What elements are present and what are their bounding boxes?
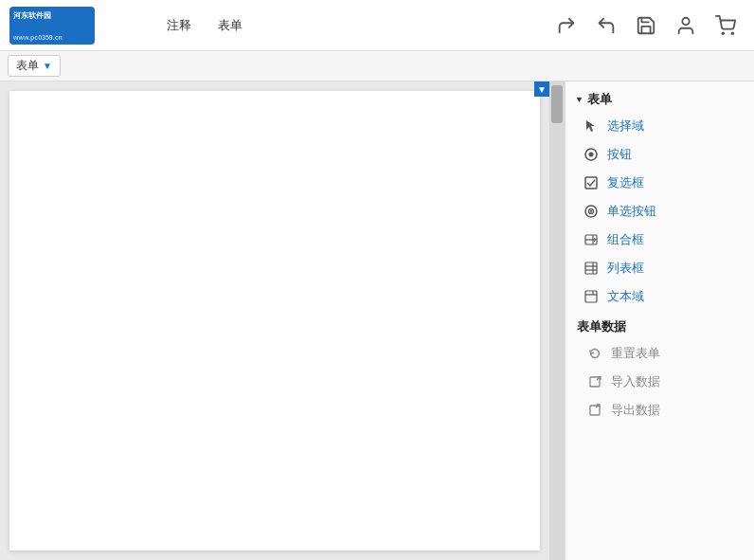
cursor-icon [583,117,600,135]
chevron-down-icon: ▼ [43,61,52,71]
topbar: 注释 表单 [0,0,754,51]
circle-dot-icon [583,146,600,163]
form-item-radio-label: 单选按钮 [607,203,656,220]
logo-area [9,7,161,45]
listbox-icon [583,260,600,277]
form-item-combo-label: 组合框 [607,231,644,248]
data-item-import-label: 导入数据 [611,373,660,390]
svg-marker-3 [586,120,595,132]
svg-point-5 [589,153,594,157]
section-arrow-icon: ▼ [575,95,583,104]
form-dropdown-label: 表单 [16,58,39,74]
form-item-textarea[interactable]: 文本域 [566,282,754,311]
topbar-actions [555,14,745,37]
canvas-area[interactable]: ▼ [0,81,565,560]
save-button[interactable] [635,14,657,37]
svg-point-0 [682,17,689,24]
data-item-import[interactable]: 导入数据 [566,368,754,396]
combo-icon [583,231,600,248]
form-item-combo[interactable]: 组合框 [566,226,754,254]
topbar-nav: 注释 表单 [161,13,555,38]
form-item-button[interactable]: 按钮 [566,140,754,169]
canvas-content [9,91,540,551]
form-item-textarea-label: 文本域 [607,288,644,305]
checkbox-icon [583,174,600,191]
form-item-listbox-label: 列表框 [607,260,644,277]
redo-button[interactable] [555,14,578,37]
user-button[interactable] [674,14,697,37]
textarea-icon [583,288,600,305]
svg-rect-17 [585,291,597,302]
svg-rect-22 [590,406,600,415]
vertical-scrollbar[interactable] [549,81,565,560]
form-data-section-label: 表单数据 [577,318,626,335]
import-icon [586,373,603,390]
form-item-checkbox-label: 复选框 [607,174,644,191]
cart-button[interactable] [714,14,737,37]
form-item-radio[interactable]: 单选按钮 [566,197,754,226]
right-panel: ▼ 表单 选择域 按钮 [565,81,754,560]
form-item-listbox[interactable]: 列表框 [566,254,754,282]
scroll-top-indicator: ▼ [534,81,549,97]
nav-annotate[interactable]: 注释 [161,13,197,38]
svg-point-1 [722,32,724,34]
form-dropdown[interactable]: 表单 ▼ [8,55,61,77]
undo-button[interactable] [595,14,618,37]
form-item-select-area-label: 选择域 [607,117,644,135]
form-data-section-header: 表单数据 [566,311,754,339]
data-item-export[interactable]: 导出数据 [566,396,754,425]
reset-icon [586,345,603,362]
data-item-export-label: 导出数据 [611,402,660,419]
svg-point-2 [731,32,733,34]
radio-icon [583,203,600,220]
svg-rect-6 [585,177,597,189]
data-item-reset-label: 重置表单 [611,345,660,362]
form-item-checkbox[interactable]: 复选框 [566,169,754,197]
nav-form[interactable]: 表单 [212,13,248,38]
data-item-reset[interactable]: 重置表单 [566,339,754,368]
form-item-select-area[interactable]: 选择域 [566,112,754,140]
svg-point-9 [590,210,592,212]
form-item-button-label: 按钮 [607,146,632,163]
logo [9,7,95,45]
main: ▼ ▼ 表单 选择域 [0,81,754,560]
form-section-header: ▼ 表单 [566,85,754,112]
svg-rect-13 [585,262,597,274]
form-section-label: 表单 [587,91,612,108]
export-icon [586,402,603,419]
toolbar2: 表单 ▼ [0,51,754,81]
scroll-thumb[interactable] [551,85,563,123]
